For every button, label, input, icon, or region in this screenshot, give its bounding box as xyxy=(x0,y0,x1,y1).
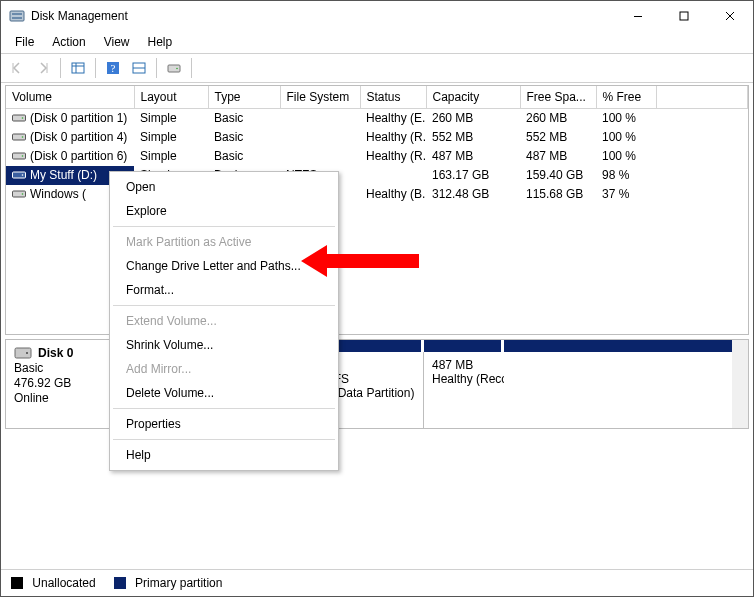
svg-point-21 xyxy=(22,174,24,176)
menu-file[interactable]: File xyxy=(7,33,42,51)
menu-separator xyxy=(113,305,335,306)
column-header[interactable]: Capacity xyxy=(426,86,520,108)
context-menu-item[interactable]: Properties xyxy=(112,412,336,436)
titlebar: Disk Management xyxy=(1,1,753,31)
context-menu-item[interactable]: Delete Volume... xyxy=(112,381,336,405)
svg-rect-2 xyxy=(12,17,22,19)
maximize-button[interactable] xyxy=(661,1,707,31)
svg-rect-0 xyxy=(10,11,24,21)
partition-cell[interactable]: 487 MBHealthy (Recov xyxy=(424,352,504,428)
svg-rect-3 xyxy=(634,16,642,17)
toolbar-view-icon[interactable] xyxy=(66,57,90,79)
toolbar: ? xyxy=(1,53,753,83)
menu-separator xyxy=(113,408,335,409)
svg-point-25 xyxy=(26,352,28,354)
legend-primary: Primary partition xyxy=(114,576,223,590)
disk-size: 476.92 GB xyxy=(14,376,105,390)
column-header[interactable]: File System xyxy=(280,86,360,108)
minimize-button[interactable] xyxy=(615,1,661,31)
svg-rect-4 xyxy=(680,12,688,20)
disk-label: Disk 0 Basic 476.92 GB Online xyxy=(6,340,114,428)
svg-rect-5 xyxy=(72,63,84,73)
svg-point-13 xyxy=(176,68,178,70)
legend: Unallocated Primary partition xyxy=(1,569,753,596)
column-header[interactable]: Layout xyxy=(134,86,208,108)
svg-point-15 xyxy=(22,117,24,119)
menu-action[interactable]: Action xyxy=(44,33,93,51)
window-title: Disk Management xyxy=(31,9,128,23)
svg-point-23 xyxy=(22,193,24,195)
svg-rect-12 xyxy=(168,65,180,72)
svg-point-17 xyxy=(22,136,24,138)
column-header[interactable]: Free Spa... xyxy=(520,86,596,108)
svg-point-19 xyxy=(22,155,24,157)
menu-separator xyxy=(113,226,335,227)
column-header[interactable]: Volume xyxy=(6,86,134,108)
help-icon[interactable]: ? xyxy=(101,57,125,79)
column-header[interactable]: Status xyxy=(360,86,426,108)
context-menu-item[interactable]: Explore xyxy=(112,199,336,223)
forward-button[interactable] xyxy=(31,57,55,79)
context-menu-item: Extend Volume... xyxy=(112,309,336,333)
table-row[interactable]: (Disk 0 partition 6)SimpleBasicHealthy (… xyxy=(6,147,748,166)
scrollbar[interactable] xyxy=(732,340,748,428)
table-row[interactable]: (Disk 0 partition 1)SimpleBasicHealthy (… xyxy=(6,108,748,128)
toolbar-settings-icon[interactable] xyxy=(127,57,151,79)
context-menu-item[interactable]: Open xyxy=(112,175,336,199)
context-menu-item[interactable]: Change Drive Letter and Paths... xyxy=(112,254,336,278)
column-header[interactable]: % Free xyxy=(596,86,656,108)
table-row[interactable]: (Disk 0 partition 4)SimpleBasicHealthy (… xyxy=(6,128,748,147)
context-menu-item[interactable]: Shrink Volume... xyxy=(112,333,336,357)
svg-rect-20 xyxy=(13,172,26,178)
svg-rect-16 xyxy=(13,134,26,140)
svg-rect-18 xyxy=(13,153,26,159)
menubar: File Action View Help xyxy=(1,31,753,53)
context-menu-item[interactable]: Format... xyxy=(112,278,336,302)
menu-help[interactable]: Help xyxy=(140,33,181,51)
app-icon xyxy=(9,8,25,24)
svg-rect-22 xyxy=(13,191,26,197)
svg-rect-1 xyxy=(12,13,22,15)
svg-rect-14 xyxy=(13,115,26,121)
menu-view[interactable]: View xyxy=(96,33,138,51)
disk-icon[interactable] xyxy=(162,57,186,79)
svg-rect-24 xyxy=(15,348,31,358)
close-button[interactable] xyxy=(707,1,753,31)
context-menu-item: Add Mirror... xyxy=(112,357,336,381)
hdd-icon xyxy=(14,346,32,360)
svg-text:?: ? xyxy=(111,62,116,74)
menu-separator xyxy=(113,439,335,440)
disk-type: Basic xyxy=(14,361,105,375)
context-menu-item[interactable]: Help xyxy=(112,443,336,467)
column-header[interactable]: Type xyxy=(208,86,280,108)
context-menu: OpenExploreMark Partition as ActiveChang… xyxy=(109,171,339,471)
disk-name: Disk 0 xyxy=(38,346,73,360)
back-button[interactable] xyxy=(5,57,29,79)
legend-unallocated: Unallocated xyxy=(11,576,96,590)
disk-status: Online xyxy=(14,391,105,405)
context-menu-item: Mark Partition as Active xyxy=(112,230,336,254)
